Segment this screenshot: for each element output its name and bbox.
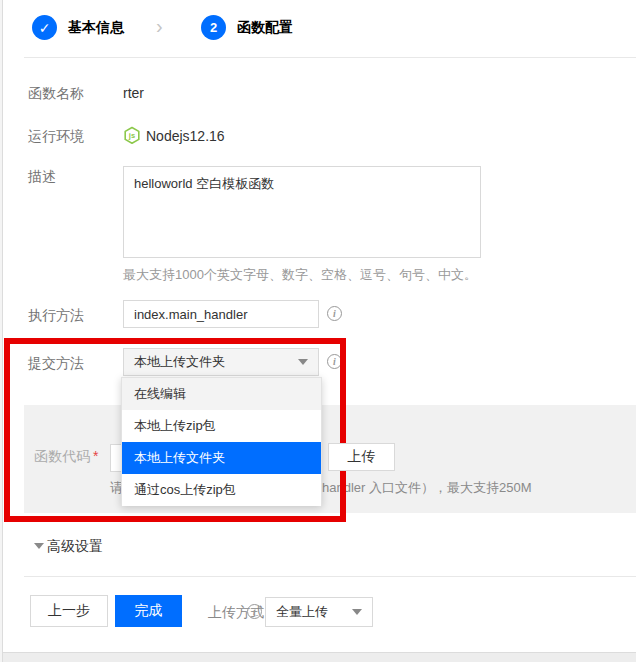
upload-button[interactable]: 上传 bbox=[328, 443, 395, 471]
upload-mode-info-icon[interactable] bbox=[247, 604, 262, 619]
function-config-page: 基本信息 › 2 函数配置 函数名称 rter 运行环境 js Nodejs12… bbox=[0, 0, 636, 662]
previous-step-button[interactable]: 上一步 bbox=[30, 595, 108, 627]
nodejs-icon: js bbox=[123, 126, 141, 145]
finish-button[interactable]: 完成 bbox=[115, 595, 182, 627]
header-divider bbox=[24, 57, 636, 58]
step1-label: 基本信息 bbox=[68, 15, 124, 40]
description-hint: 最大支持1000个英文字母、数字、空格、逗号、句号、中文。 bbox=[123, 266, 477, 284]
submit-method-dropdown-menu: 在线编辑 本地上传zip包 本地上传文件夹 通过cos上传zip包 bbox=[121, 377, 322, 506]
page-bottom-edge bbox=[0, 652, 636, 662]
step2-number: 2 bbox=[210, 20, 217, 35]
dropdown-option-cos-zip[interactable]: 通过cos上传zip包 bbox=[122, 474, 321, 506]
step2-circle: 2 bbox=[201, 15, 226, 40]
handler-input[interactable]: index.main_handler bbox=[123, 300, 319, 328]
dropdown-option-local-folder[interactable]: 本地上传文件夹 bbox=[122, 442, 321, 474]
dropdown-option-local-zip[interactable]: 本地上传zip包 bbox=[122, 410, 321, 442]
code-hint-suffix: handler 入口文件），最大支持250M bbox=[322, 479, 532, 497]
step2-label: 函数配置 bbox=[237, 15, 293, 40]
description-label: 描述 bbox=[28, 168, 56, 186]
step1-done-circle bbox=[32, 15, 57, 40]
svg-text:js: js bbox=[128, 131, 135, 140]
upload-mode-select[interactable]: 全量上传 bbox=[265, 597, 373, 627]
dropdown-option-online-edit[interactable]: 在线编辑 bbox=[122, 378, 321, 410]
function-name-label: 函数名称 bbox=[28, 85, 84, 103]
footer-divider bbox=[24, 576, 636, 577]
chevron-right-icon: › bbox=[156, 14, 163, 39]
handler-info-icon[interactable] bbox=[327, 306, 342, 321]
runtime-value: Nodejs12.16 bbox=[146, 128, 225, 144]
runtime-label: 运行环境 bbox=[28, 128, 84, 146]
check-icon bbox=[39, 20, 51, 36]
advanced-settings-toggle[interactable]: 高级设置 bbox=[47, 538, 103, 556]
chevron-down-icon bbox=[352, 609, 362, 615]
handler-label: 执行方法 bbox=[28, 307, 84, 325]
description-textarea[interactable]: helloworld 空白模板函数 bbox=[123, 166, 481, 258]
left-panel-border bbox=[0, 0, 3, 662]
upload-mode-value: 全量上传 bbox=[276, 603, 328, 621]
function-name-value: rter bbox=[123, 85, 144, 101]
collapse-triangle-icon bbox=[34, 543, 44, 549]
